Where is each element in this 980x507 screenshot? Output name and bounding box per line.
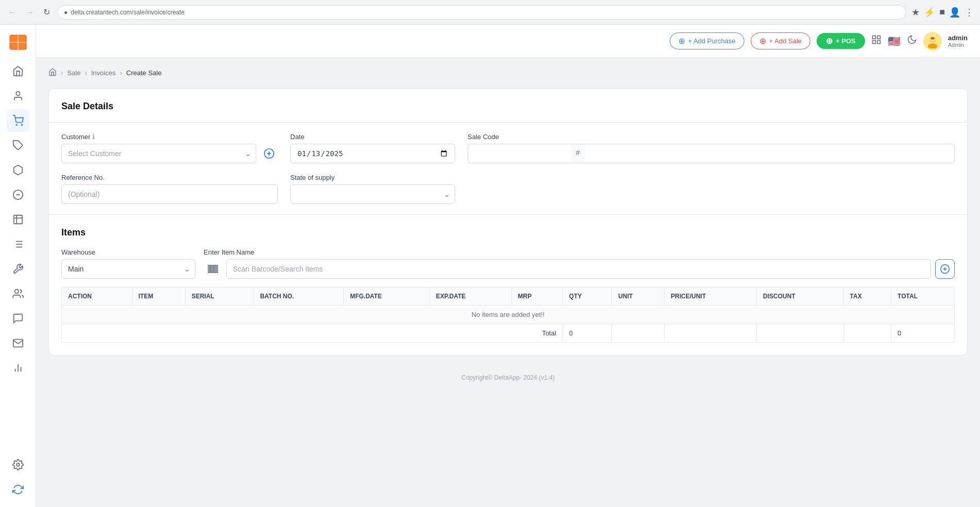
- app-header: ⊕ + Add Purchase ⊕ + Add Sale ⊕ + POS 🇺🇸: [36, 25, 980, 58]
- app-logo[interactable]: [8, 31, 28, 52]
- barcode-button[interactable]: [204, 259, 222, 279]
- sidebar-item-analytics[interactable]: [7, 357, 29, 379]
- warehouse-select[interactable]: Main: [61, 259, 195, 279]
- sidebar-item-contacts[interactable]: [7, 282, 29, 305]
- col-qty: QTY: [562, 288, 611, 306]
- svg-point-31: [931, 37, 934, 39]
- sidebar-item-reports[interactable]: [7, 233, 29, 256]
- svg-rect-37: [211, 265, 212, 273]
- form-row-2: Reference No. State of supply ⌄: [61, 174, 955, 204]
- state-supply-group: State of supply ⌄: [290, 174, 455, 204]
- search-label: Enter Item Name: [204, 248, 955, 256]
- svg-rect-27: [872, 41, 875, 44]
- extensions-icon[interactable]: ■: [939, 7, 945, 18]
- col-batch-no: BATCH NO.: [254, 288, 344, 306]
- sidebar-item-sync[interactable]: [7, 478, 29, 501]
- svg-point-19: [14, 290, 18, 293]
- customer-group: Customer ℹ Select Customer ⌄: [61, 133, 278, 163]
- date-group: Date: [290, 133, 455, 163]
- state-supply-select[interactable]: [290, 184, 455, 204]
- sale-code-number[interactable]: 8: [585, 144, 955, 163]
- sidebar-item-tags[interactable]: [7, 134, 29, 157]
- bookmark-icon[interactable]: ★: [911, 7, 920, 18]
- sidebar-item-discount[interactable]: [7, 183, 29, 206]
- items-section: Items Warehouse Main ⌄: [61, 225, 955, 343]
- main-content: › Sale › Invoices › Create Sale Sale Det…: [36, 58, 980, 507]
- sidebar-item-settings[interactable]: [7, 453, 29, 476]
- svg-rect-24: [872, 36, 875, 39]
- customer-select[interactable]: Select Customer: [61, 144, 256, 163]
- add-purchase-button[interactable]: ⊕ + Add Purchase: [670, 32, 744, 49]
- sidebar-item-cart[interactable]: [7, 109, 29, 132]
- items-title: Items: [61, 225, 955, 238]
- reference-no-label: Reference No.: [61, 174, 278, 181]
- forward-button[interactable]: →: [24, 6, 36, 19]
- add-sale-button[interactable]: ⊕ + Add Sale: [751, 32, 810, 49]
- col-mfg-date: MFG.DATE: [343, 288, 429, 306]
- reload-button[interactable]: ↻: [41, 5, 52, 19]
- svg-point-5: [16, 124, 17, 125]
- warehouse-label: Warehouse: [61, 248, 195, 256]
- total-label: Total: [62, 324, 563, 343]
- reference-no-input[interactable]: [61, 184, 278, 204]
- sale-code-group: Sale Code SL/ # 8: [468, 133, 955, 163]
- menu-icon[interactable]: ⋮: [965, 7, 974, 18]
- sidebar-item-customers[interactable]: [7, 84, 29, 107]
- total-qty: 0: [562, 324, 611, 343]
- add-purchase-icon: ⊕: [678, 36, 685, 46]
- sidebar-bottom: [7, 453, 29, 501]
- sidebar-item-home[interactable]: [7, 60, 29, 82]
- browser-actions: ★ ⚡ ■ 👤 ⋮: [911, 7, 974, 18]
- theme-icon[interactable]: [907, 35, 917, 47]
- svg-point-6: [21, 124, 22, 125]
- flag-icon[interactable]: 🇺🇸: [888, 35, 901, 47]
- extension-icon[interactable]: ⚡: [924, 7, 935, 18]
- sale-code-prefix[interactable]: SL/: [468, 144, 571, 163]
- profile-icon[interactable]: 👤: [949, 7, 960, 18]
- col-tax: TAX: [843, 288, 891, 306]
- sale-code-row: SL/ # 8: [468, 144, 955, 163]
- svg-rect-40: [217, 265, 218, 273]
- items-toolbar: Warehouse Main ⌄ Enter Item Name: [61, 248, 955, 279]
- home-icon[interactable]: [48, 68, 57, 78]
- sidebar-item-email[interactable]: [7, 332, 29, 354]
- user-info: admin Admin: [948, 34, 968, 48]
- customer-info-icon: ℹ: [92, 133, 95, 141]
- breadcrumb-invoices[interactable]: Invoices: [91, 69, 116, 77]
- date-input[interactable]: [290, 144, 455, 163]
- search-input[interactable]: [226, 259, 931, 279]
- sidebar-item-ledger[interactable]: [7, 208, 29, 231]
- sidebar: [0, 25, 36, 507]
- customer-label: Customer ℹ: [61, 133, 278, 141]
- table-header-row: ACTION ITEM SERIAL BATCH NO. MFG.DATE EX…: [62, 288, 955, 306]
- grid-icon[interactable]: [871, 35, 882, 47]
- breadcrumb: › Sale › Invoices › Create Sale: [48, 68, 968, 78]
- table-header: ACTION ITEM SERIAL BATCH NO. MFG.DATE EX…: [62, 288, 955, 306]
- state-supply-label: State of supply: [290, 174, 455, 181]
- svg-rect-10: [13, 215, 22, 224]
- col-mrp: MRP: [511, 288, 562, 306]
- avatar[interactable]: [923, 32, 942, 50]
- sidebar-item-tools[interactable]: [7, 258, 29, 280]
- svg-point-4: [16, 92, 20, 95]
- breadcrumb-sale[interactable]: Sale: [67, 69, 80, 77]
- warehouse-select-wrapper: Main ⌄: [61, 259, 195, 279]
- sidebar-item-inventory[interactable]: [7, 159, 29, 181]
- no-items-row: No items are added yet!!: [62, 306, 955, 324]
- back-button[interactable]: ←: [6, 6, 19, 19]
- date-label: Date: [290, 133, 455, 141]
- search-group: Enter Item Name: [204, 248, 955, 279]
- svg-point-29: [928, 43, 937, 48]
- search-row: [204, 259, 955, 279]
- add-item-button[interactable]: [935, 259, 955, 279]
- pos-button[interactable]: ⊕ + POS: [817, 33, 865, 49]
- address-bar[interactable]: ● delta.creatantech.com/sale/invoice/cre…: [57, 5, 906, 20]
- sidebar-item-messages[interactable]: [7, 307, 29, 330]
- add-customer-button[interactable]: [260, 144, 278, 163]
- svg-rect-25: [877, 36, 880, 39]
- svg-rect-35: [208, 265, 209, 273]
- col-item: ITEM: [132, 288, 185, 306]
- reference-no-group: Reference No.: [61, 174, 278, 204]
- svg-rect-36: [210, 265, 211, 273]
- pos-icon: ⊕: [826, 36, 833, 46]
